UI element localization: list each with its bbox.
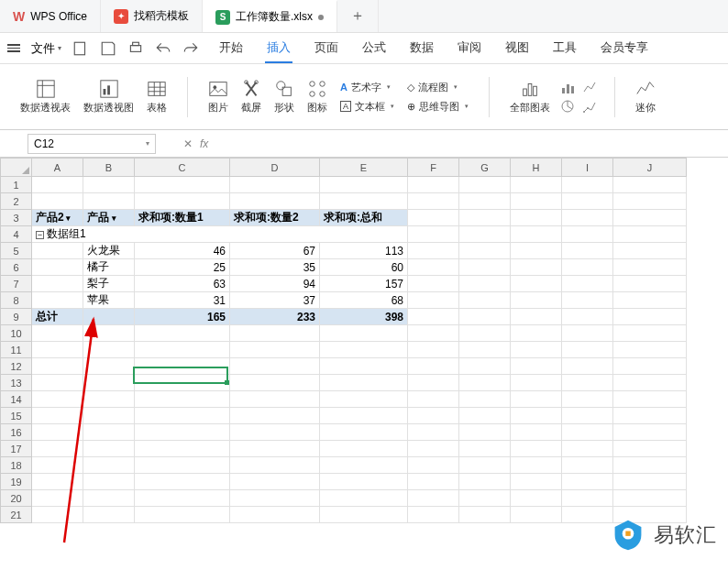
cell[interactable]: [32, 391, 83, 408]
menu-tab-工具[interactable]: 工具: [551, 34, 579, 63]
cell[interactable]: [562, 325, 613, 342]
cell[interactable]: [83, 375, 135, 391]
cell[interactable]: [562, 276, 613, 292]
cell[interactable]: [459, 342, 511, 358]
cell[interactable]: [230, 490, 320, 507]
cell[interactable]: [83, 507, 135, 523]
cell[interactable]: [511, 391, 562, 408]
cell[interactable]: 94: [230, 276, 320, 292]
cell[interactable]: [135, 457, 230, 474]
cell[interactable]: [408, 292, 459, 309]
cell[interactable]: [135, 193, 230, 210]
cell[interactable]: [459, 391, 511, 408]
cell[interactable]: [83, 325, 135, 342]
cell[interactable]: 求和项:数量1: [135, 210, 230, 226]
flowchart-button[interactable]: ◇流程图: [403, 79, 472, 96]
cell[interactable]: [32, 325, 83, 342]
cell-name-box[interactable]: C12: [28, 134, 156, 154]
cell[interactable]: [135, 391, 230, 408]
cell[interactable]: [613, 457, 687, 474]
cell[interactable]: [230, 391, 320, 408]
cell[interactable]: [135, 424, 230, 441]
col-header-A[interactable]: A: [32, 159, 83, 177]
cell[interactable]: [511, 474, 562, 490]
all-charts-button[interactable]: 全部图表: [506, 77, 554, 116]
cell[interactable]: [320, 424, 408, 441]
chart-type2-button[interactable]: [559, 98, 576, 115]
spreadsheet[interactable]: ABCDEFGHIJ123产品2产品求和项:数量1求和项:数量2求和项:总和4−…: [0, 158, 728, 523]
cell[interactable]: [511, 177, 562, 193]
cell[interactable]: [459, 375, 511, 391]
cell[interactable]: 68: [320, 292, 408, 309]
cell[interactable]: [459, 210, 511, 226]
textbox-button[interactable]: A文本框: [336, 98, 398, 115]
cell[interactable]: 67: [230, 243, 320, 259]
screenshot-button[interactable]: 截屏: [237, 77, 265, 116]
cell[interactable]: 37: [230, 292, 320, 309]
cell[interactable]: [408, 358, 459, 375]
col-header-F[interactable]: F: [408, 159, 459, 177]
cell[interactable]: [408, 507, 459, 523]
menu-tab-数据[interactable]: 数据: [408, 34, 436, 63]
cell[interactable]: [320, 490, 408, 507]
cell[interactable]: [562, 226, 613, 243]
cell[interactable]: [511, 358, 562, 375]
save-icon[interactable]: [100, 40, 116, 57]
cell[interactable]: 梨子: [83, 276, 135, 292]
cell[interactable]: [320, 391, 408, 408]
cell[interactable]: [562, 342, 613, 358]
cell[interactable]: [32, 375, 83, 391]
row-header-9[interactable]: 9: [1, 309, 32, 325]
row-header-21[interactable]: 21: [1, 507, 32, 523]
cell[interactable]: [408, 243, 459, 259]
cell[interactable]: [135, 342, 230, 358]
cell[interactable]: [562, 358, 613, 375]
cell[interactable]: [83, 441, 135, 457]
cell[interactable]: [613, 309, 687, 325]
row-header-1[interactable]: 1: [1, 177, 32, 193]
print-icon[interactable]: [127, 40, 144, 57]
cell[interactable]: 橘子: [83, 259, 135, 276]
cell[interactable]: [511, 309, 562, 325]
cell[interactable]: [230, 342, 320, 358]
cell[interactable]: 苹果: [83, 292, 135, 309]
cell[interactable]: [459, 292, 511, 309]
cell[interactable]: [408, 325, 459, 342]
cell[interactable]: [511, 490, 562, 507]
menu-tab-审阅[interactable]: 审阅: [456, 34, 483, 63]
chart-type3-button[interactable]: [581, 80, 598, 96]
row-header-15[interactable]: 15: [1, 408, 32, 424]
cell[interactable]: 60: [320, 259, 408, 276]
cell[interactable]: [459, 276, 511, 292]
cell[interactable]: [135, 490, 230, 507]
cell[interactable]: [562, 259, 613, 276]
row-header-2[interactable]: 2: [1, 193, 32, 210]
cell[interactable]: 398: [320, 309, 408, 325]
cell[interactable]: [511, 342, 562, 358]
cell[interactable]: [320, 474, 408, 490]
menu-tab-开始[interactable]: 开始: [217, 34, 245, 63]
cell[interactable]: 165: [135, 309, 230, 325]
cell[interactable]: [408, 490, 459, 507]
cell[interactable]: [83, 408, 135, 424]
menu-tab-页面[interactable]: 页面: [313, 34, 340, 63]
cell[interactable]: [230, 507, 320, 523]
row-header-4[interactable]: 4: [1, 226, 32, 243]
cell[interactable]: [613, 177, 687, 193]
cell[interactable]: [408, 210, 459, 226]
menu-tab-插入[interactable]: 插入: [265, 34, 292, 63]
cell[interactable]: [408, 474, 459, 490]
cell[interactable]: [562, 507, 613, 523]
cell[interactable]: [613, 243, 687, 259]
row-header-8[interactable]: 8: [1, 292, 32, 309]
cell[interactable]: [613, 490, 687, 507]
fx-icon[interactable]: fx: [200, 137, 208, 150]
pivot-table-button[interactable]: 数据透视表: [17, 77, 74, 116]
new-icon[interactable]: [72, 40, 89, 57]
cell[interactable]: 总计: [32, 309, 83, 325]
cell[interactable]: 31: [135, 292, 230, 309]
cell[interactable]: [562, 210, 613, 226]
row-header-11[interactable]: 11: [1, 342, 32, 358]
cell[interactable]: 火龙果: [83, 243, 135, 259]
cell[interactable]: [613, 276, 687, 292]
